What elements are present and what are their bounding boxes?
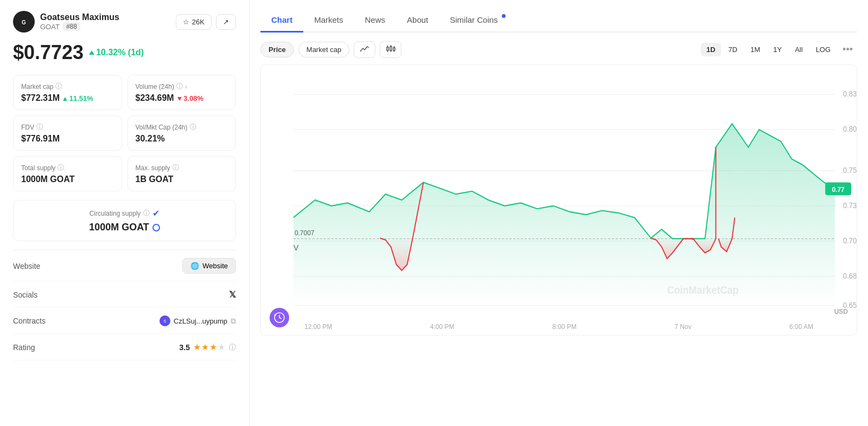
globe-icon: 🌐 bbox=[190, 262, 199, 270]
circulating-info-icon: ⓘ bbox=[143, 209, 150, 218]
max-supply-info-icon: ⓘ bbox=[173, 163, 179, 172]
x-label-12pm: 12:00 PM bbox=[304, 323, 332, 331]
circle-blue-icon bbox=[152, 224, 160, 231]
marketcap-filter-button[interactable]: Market cap bbox=[298, 42, 349, 57]
candle-chart-icon-button[interactable] bbox=[380, 41, 401, 58]
fdv-card: FDV ⓘ $776.91M bbox=[13, 115, 122, 151]
socials-row: Socials 𝕏 bbox=[13, 282, 236, 308]
mktcap-up-icon bbox=[63, 97, 67, 101]
watchlist-count: 26K bbox=[192, 18, 205, 26]
tab-about[interactable]: About bbox=[396, 9, 439, 33]
svg-text:0.68: 0.68 bbox=[843, 272, 857, 281]
currency-label: USD bbox=[834, 308, 848, 315]
contract-address: CzLSuj...uypump bbox=[174, 317, 227, 325]
website-button[interactable]: 🌐 Website bbox=[182, 258, 236, 274]
svg-text:0.70: 0.70 bbox=[843, 237, 857, 246]
market-cap-value: $772.31M bbox=[21, 93, 60, 103]
price-arrow-up-icon bbox=[89, 50, 94, 55]
svg-text:0.83: 0.83 bbox=[843, 90, 857, 99]
volume-info-icon: ⓘ bbox=[176, 82, 183, 91]
circulating-supply-card: Circulating supply ⓘ ✔ 1000M GOAT bbox=[13, 200, 236, 241]
copy-icon[interactable]: ⧉ bbox=[231, 317, 236, 326]
tab-news[interactable]: News bbox=[354, 9, 397, 33]
total-supply-info-icon: ⓘ bbox=[58, 163, 64, 172]
time-1y-button[interactable]: 1Y bbox=[768, 43, 787, 56]
time-1m-button[interactable]: 1M bbox=[745, 43, 765, 56]
vol-mkt-value: 30.21% bbox=[136, 134, 165, 144]
star-rating-icon: ★★★★ bbox=[193, 342, 226, 352]
volume-card: Volume (24h) ⓘ › $234.69M 3.08% bbox=[127, 75, 237, 110]
time-all-button[interactable]: All bbox=[789, 43, 808, 56]
price-chart: 0.83 0.80 0.75 0.73 0.70 0.68 0.65 0.700… bbox=[260, 64, 857, 335]
svg-text:0.80: 0.80 bbox=[843, 125, 857, 134]
share-icon: ↗ bbox=[223, 18, 229, 26]
circulating-supply-label: Circulating supply bbox=[90, 210, 141, 217]
price-value: $0.7723 bbox=[13, 41, 84, 64]
vol-mkt-label: Vol/Mkt Cap (24h) bbox=[136, 124, 188, 131]
contracts-label: Contracts bbox=[13, 317, 46, 325]
svg-text:0.77: 0.77 bbox=[832, 185, 844, 193]
website-btn-label: Website bbox=[202, 262, 228, 270]
svg-text:0.73: 0.73 bbox=[843, 202, 857, 210]
socials-label: Socials bbox=[13, 291, 37, 299]
coin-avatar: G bbox=[13, 11, 35, 33]
svg-marker-28 bbox=[293, 124, 835, 306]
svg-rect-2 bbox=[387, 47, 388, 50]
total-supply-label: Total supply bbox=[21, 164, 55, 172]
line-chart-icon bbox=[360, 45, 369, 53]
star-icon: ☆ bbox=[183, 18, 189, 26]
vol-mkt-info-icon: ⓘ bbox=[190, 122, 196, 132]
price-change: 10.32% (1d) bbox=[96, 48, 144, 57]
x-label-8pm: 8:00 PM bbox=[552, 323, 577, 331]
x-label-7nov: 7 Nov bbox=[674, 323, 691, 331]
x-label-6am: 6:00 AM bbox=[789, 323, 813, 331]
time-log-button[interactable]: LOG bbox=[810, 43, 836, 56]
total-supply-card: Total supply ⓘ 1000M GOAT bbox=[13, 156, 122, 191]
fdv-value: $776.91M bbox=[21, 134, 60, 144]
contracts-row: Contracts S CzLSuj...uypump ⧉ bbox=[13, 308, 236, 334]
volume-arrow-icon: › bbox=[185, 83, 187, 91]
share-button[interactable]: ↗ bbox=[216, 14, 236, 30]
time-1d-button[interactable]: 1D bbox=[701, 43, 721, 56]
rating-label: Rating bbox=[13, 343, 35, 352]
circulating-supply-value: 1000M GOAT bbox=[89, 222, 149, 233]
vol-mkt-card: Vol/Mkt Cap (24h) ⓘ 30.21% bbox=[127, 115, 237, 151]
svg-text:CoinMarketCap: CoinMarketCap bbox=[667, 285, 739, 296]
rating-row: Rating 3.5 ★★★★ ⓘ bbox=[13, 334, 236, 360]
tab-bar: Chart Markets News About Similar Coins bbox=[260, 9, 857, 33]
tab-chart[interactable]: Chart bbox=[260, 9, 303, 33]
max-supply-value: 1B GOAT bbox=[136, 175, 174, 184]
x-label-4pm: 4:00 PM bbox=[430, 323, 455, 331]
rating-info-icon: ⓘ bbox=[229, 343, 236, 352]
svg-text:0.75: 0.75 bbox=[843, 166, 857, 175]
coin-rank: #88 bbox=[63, 22, 80, 31]
svg-rect-5 bbox=[390, 47, 392, 50]
coin-symbol: GOAT bbox=[40, 23, 60, 31]
watchlist-button[interactable]: ☆ 26K bbox=[176, 14, 212, 30]
chart-svg: 0.83 0.80 0.75 0.73 0.70 0.68 0.65 0.700… bbox=[261, 65, 857, 335]
line-chart-icon-button[interactable] bbox=[354, 41, 375, 58]
website-label: Website bbox=[13, 262, 40, 270]
total-supply-value: 1000M GOAT bbox=[21, 175, 74, 184]
tab-similar-coins[interactable]: Similar Coins bbox=[439, 9, 508, 33]
market-cap-card: Market cap ⓘ $772.31M 11.51% bbox=[13, 75, 122, 110]
fdv-info-icon: ⓘ bbox=[36, 122, 43, 132]
tab-markets[interactable]: Markets bbox=[303, 9, 354, 33]
more-options-button[interactable]: ••• bbox=[838, 42, 857, 57]
contract-badge: S CzLSuj...uypump ⧉ bbox=[159, 315, 236, 326]
price-filter-button[interactable]: Price bbox=[260, 42, 294, 57]
similar-coins-dot bbox=[502, 14, 506, 18]
coin-name: Goatseus Maximus bbox=[40, 12, 119, 22]
fdv-label: FDV bbox=[21, 124, 34, 131]
svg-text:G: G bbox=[22, 20, 26, 25]
rating-value: 3.5 bbox=[180, 343, 190, 352]
volume-change: 3.08% bbox=[183, 94, 203, 102]
verified-icon: ✔ bbox=[152, 208, 159, 218]
volume-value: $234.69M bbox=[136, 93, 174, 103]
contract-chain-icon: S bbox=[159, 315, 170, 326]
website-row: Website 🌐 Website bbox=[13, 250, 236, 282]
time-machine-button[interactable] bbox=[270, 308, 289, 327]
time-7d-button[interactable]: 7D bbox=[723, 43, 743, 56]
vol-down-icon bbox=[177, 97, 182, 101]
x-social-icon[interactable]: 𝕏 bbox=[229, 289, 236, 300]
